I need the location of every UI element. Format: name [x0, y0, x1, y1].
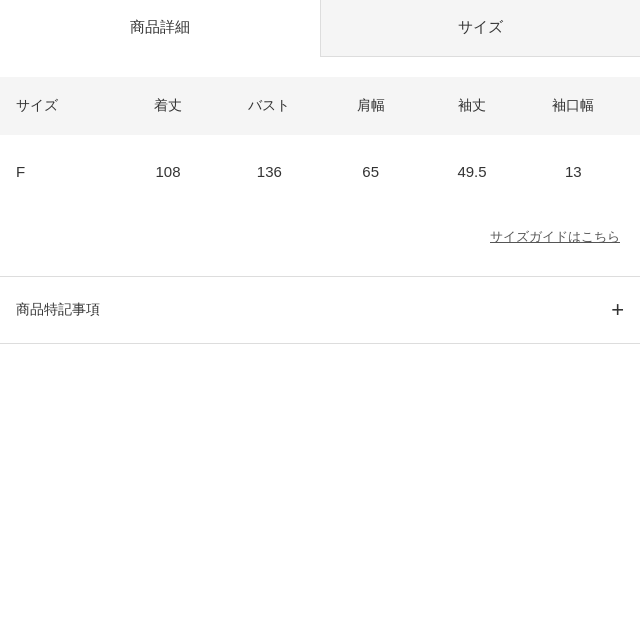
product-notes-label: 商品特記事項: [16, 301, 100, 319]
header-sleeve: 袖丈: [421, 97, 522, 115]
tab-size[interactable]: サイズ: [321, 0, 641, 56]
size-table-row: F 108 136 65 49.5 13: [0, 135, 640, 208]
size-guide-link-row: サイズガイドはこちら: [0, 208, 640, 276]
tab-bar: 商品詳細 サイズ: [0, 0, 640, 57]
tab-product-detail[interactable]: 商品詳細: [0, 0, 320, 57]
product-notes-row[interactable]: 商品特記事項 +: [0, 277, 640, 344]
cell-shoulder: 65: [320, 163, 421, 180]
header-length: 着丈: [117, 97, 218, 115]
size-table-header: サイズ 着丈 バスト 肩幅 袖丈 袖口幅: [0, 77, 640, 135]
cell-sleeve: 49.5: [421, 163, 522, 180]
cell-bust: 136: [219, 163, 320, 180]
expand-icon[interactable]: +: [611, 299, 624, 321]
header-bust: バスト: [219, 97, 320, 115]
cell-size: F: [16, 163, 117, 180]
header-shoulder: 肩幅: [320, 97, 421, 115]
cell-length: 108: [117, 163, 218, 180]
header-size: サイズ: [16, 97, 117, 115]
cell-cuff: 13: [523, 163, 624, 180]
header-cuff: 袖口幅: [523, 97, 624, 115]
size-section: サイズ 着丈 バスト 肩幅 袖丈 袖口幅 F 108 136 65 49.5 1…: [0, 77, 640, 344]
size-guide-link[interactable]: サイズガイドはこちら: [490, 228, 620, 246]
